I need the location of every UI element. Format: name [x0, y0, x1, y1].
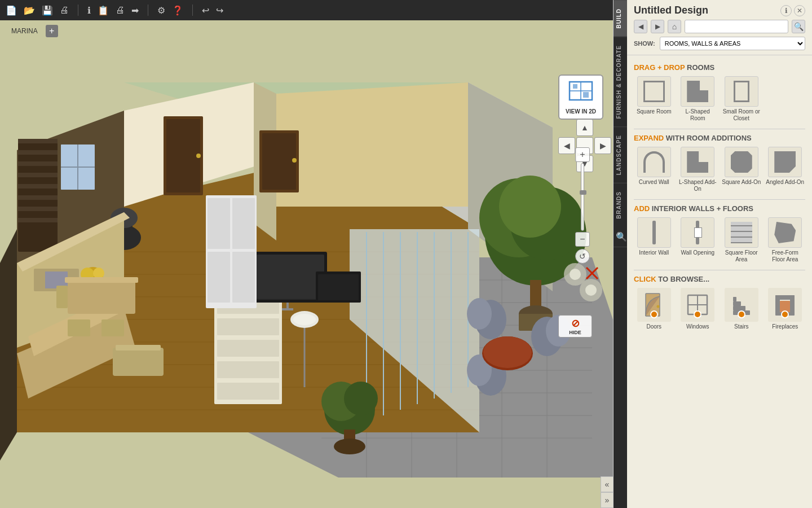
section-add-walls-title: ADD INTERIOR WALLS + FLOORS: [634, 204, 805, 213]
svg-rect-69: [217, 383, 279, 400]
sidebar-info-icon[interactable]: ℹ: [780, 5, 792, 16]
nav-right-button[interactable]: ▶: [594, 137, 611, 154]
vtab-landscape[interactable]: LANDSCAPE: [614, 126, 627, 183]
wall-opening-shape: [696, 221, 699, 244]
item-stairs[interactable]: Stairs: [721, 288, 762, 330]
new-file-icon[interactable]: 📄: [6, 5, 17, 16]
vtab-build[interactable]: BUILD: [614, 0, 627, 37]
sidebar-search-button[interactable]: 🔍: [792, 20, 805, 33]
item-square-room-label: Square Room: [637, 108, 672, 115]
zoom-slider-thumb[interactable]: [580, 190, 586, 195]
settings-icon[interactable]: ⚙: [157, 5, 165, 16]
sq-floor-shape: [731, 222, 752, 243]
windows-indicator: [694, 310, 701, 318]
zoom-slider-track[interactable]: [581, 163, 584, 231]
canvas-area[interactable]: VIEW IN 2D ▲ ◀ ▶ ▼ + − ↺ ⊘ HIDE: [0, 37, 613, 508]
svg-marker-26: [0, 229, 17, 461]
print-icon[interactable]: 🖨: [60, 5, 69, 15]
sidebar-collapse-down-button[interactable]: »: [601, 492, 613, 508]
browse-grid: Doors Windows: [634, 288, 805, 330]
item-windows[interactable]: Windows: [678, 288, 718, 330]
sidebar-home-button[interactable]: ⌂: [668, 20, 681, 33]
svg-rect-115: [232, 198, 255, 249]
item-small-room-icon-box: [725, 76, 758, 107]
item-doors[interactable]: Doors: [634, 288, 674, 330]
info-icon[interactable]: ℹ: [87, 5, 91, 16]
divider-2: [634, 199, 805, 200]
svg-rect-68: [217, 361, 279, 378]
section-browse-title: CLICK TO BROWSE...: [634, 275, 805, 283]
item-wall-opening[interactable]: Wall Opening: [678, 217, 718, 263]
save-icon[interactable]: 💾: [42, 5, 53, 16]
svg-rect-108: [68, 319, 90, 336]
zoom-in-button[interactable]: +: [575, 147, 590, 162]
sidebar-collapse-up-button[interactable]: «: [601, 476, 613, 492]
item-angled-addon[interactable]: Angled Add-On: [765, 147, 806, 192]
vtab-brands[interactable]: BRANDS: [614, 183, 627, 227]
hide-button[interactable]: ⊘ HIDE: [558, 315, 592, 338]
svg-point-102: [196, 154, 201, 158]
item-interior-wall[interactable]: Interior Wall: [634, 217, 674, 263]
print2-icon[interactable]: 🖨: [116, 5, 125, 15]
item-l-shaped-addon[interactable]: L-Shaped Add-On: [678, 147, 718, 192]
fireplaces-indicator: [781, 310, 789, 318]
svg-rect-43: [18, 161, 58, 166]
sidebar-back-button[interactable]: ◀: [634, 20, 647, 33]
svg-rect-106: [68, 280, 135, 314]
separator-1: [78, 5, 78, 16]
section-browse-normal: TO BROWSE...: [658, 275, 709, 283]
item-l-shaped-room-icon-box: [681, 76, 714, 107]
item-square-room[interactable]: Square Room: [634, 76, 674, 122]
item-curved-wall-icon-box: [637, 147, 671, 177]
vtab-search[interactable]: 🔍: [614, 227, 627, 247]
sidebar-title: Untitled Design: [634, 5, 708, 16]
item-curved-wall-label: Curved Wall: [639, 179, 669, 186]
zoom-out-button[interactable]: −: [575, 232, 590, 247]
svg-rect-128: [583, 92, 589, 98]
nav-left-button[interactable]: ◀: [558, 137, 575, 154]
separator-2: [148, 5, 148, 16]
svg-point-77: [293, 314, 316, 325]
svg-point-89: [344, 382, 378, 415]
svg-rect-127: [573, 84, 577, 89]
nav-up-button[interactable]: ▲: [576, 119, 593, 136]
tab-add-button[interactable]: +: [46, 25, 58, 37]
show-label: SHOW:: [634, 40, 655, 47]
show-select[interactable]: ROOMS, WALLS & AREAS: [660, 37, 805, 50]
svg-point-83: [499, 176, 561, 238]
small-room-shape: [734, 81, 749, 102]
svg-rect-46: [18, 195, 58, 200]
item-l-addon-label: L-Shaped Add-On: [678, 179, 718, 192]
item-small-room-closet[interactable]: Small Room or Closet: [721, 76, 762, 122]
item-freeform-floor-area[interactable]: Free-Form Floor Area: [765, 217, 806, 263]
view-in-2d-button[interactable]: VIEW IN 2D: [558, 75, 603, 120]
svg-rect-140: [790, 295, 795, 314]
sidebar-forward-button[interactable]: ▶: [651, 20, 664, 33]
sidebar-collapse: « »: [601, 476, 613, 508]
item-angled-addon-icon-box: [768, 147, 802, 177]
clipboard-icon[interactable]: 📋: [98, 5, 109, 16]
rotate-button[interactable]: ↺: [575, 249, 590, 264]
sidebar-search-input[interactable]: [685, 20, 788, 33]
hide-icon: ⊘: [571, 317, 580, 330]
square-room-shape: [643, 81, 665, 102]
tab-marina[interactable]: MARINA: [6, 25, 43, 37]
svg-rect-47: [18, 207, 58, 211]
sidebar-settings-icon[interactable]: ✕: [794, 5, 805, 16]
export-icon[interactable]: ➡: [131, 5, 139, 16]
item-l-shaped-room[interactable]: L-Shaped Room: [678, 76, 718, 122]
svg-rect-66: [217, 318, 279, 335]
item-curved-wall[interactable]: Curved Wall: [634, 147, 674, 192]
section-browse-highlight: CLICK: [634, 275, 656, 283]
undo-icon[interactable]: ↩: [202, 5, 209, 16]
item-fireplaces[interactable]: Fireplaces: [765, 288, 806, 330]
item-square-floor-area[interactable]: Square Floor Area: [721, 217, 762, 263]
vtab-furnish-decorate[interactable]: FURNISH & DECORATE: [614, 37, 627, 127]
redo-icon[interactable]: ↪: [216, 5, 223, 16]
help-icon[interactable]: ❓: [172, 5, 183, 16]
open-icon[interactable]: 📂: [24, 5, 35, 16]
item-square-addon[interactable]: Square Add-On: [721, 147, 762, 192]
svg-point-130: [656, 305, 659, 308]
item-stairs-icon-box: [725, 288, 758, 322]
svg-rect-110: [56, 286, 68, 308]
